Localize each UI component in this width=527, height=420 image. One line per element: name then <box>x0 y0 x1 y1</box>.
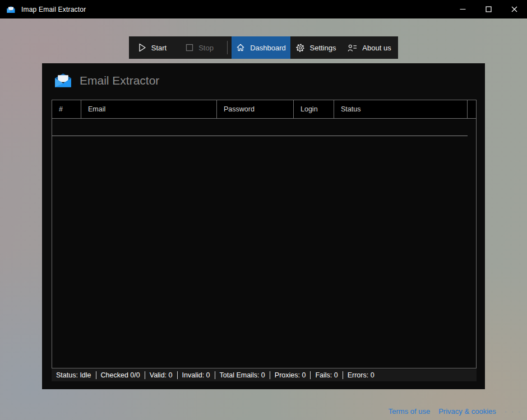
status-total-emails: Total Emails: 0 <box>220 371 265 379</box>
empty-row-divider <box>52 136 468 136</box>
column-header-status[interactable]: Status <box>334 100 468 118</box>
status-state: Status: Idle <box>56 371 91 379</box>
toolbar-divider <box>223 36 232 59</box>
open-envelope-icon <box>53 72 73 88</box>
column-header-email[interactable]: Email <box>81 100 217 118</box>
close-button[interactable] <box>501 0 527 18</box>
close-icon <box>511 6 517 12</box>
status-invalid: Invalid: 0 <box>182 371 210 379</box>
terms-of-use-link[interactable]: Terms of use <box>389 407 430 416</box>
status-valid: Valid: 0 <box>150 371 173 379</box>
column-header-number[interactable]: # <box>52 100 81 118</box>
status-bar: Status: Idle Checked 0/0 Valid: 0 Invali… <box>52 369 477 381</box>
results-table: # Email Password Login Status <box>52 100 477 368</box>
tab-about-us-label: About us <box>362 44 391 52</box>
maximize-icon <box>486 6 492 12</box>
title-bar: Imap Email Extractor <box>0 0 527 18</box>
tab-dashboard[interactable]: Dashboard <box>232 36 290 59</box>
window-controls <box>450 0 527 18</box>
open-envelope-icon <box>6 6 16 13</box>
table-body[interactable] <box>52 119 476 368</box>
status-proxies: Proxies: 0 <box>275 371 306 379</box>
page-title: Email Extractor <box>80 74 159 87</box>
tab-settings[interactable]: Settings <box>290 36 341 59</box>
more-options-dots[interactable]: · · · <box>505 407 521 416</box>
toolbar: Start Stop Dashboard Settings <box>129 36 398 59</box>
column-header-login[interactable]: Login <box>294 100 334 118</box>
maximize-button[interactable] <box>475 0 501 18</box>
stop-button-label: Stop <box>198 44 214 52</box>
minimize-icon <box>460 6 466 12</box>
panel-header: Email Extractor <box>53 72 159 88</box>
gear-icon <box>295 43 305 53</box>
column-header-filler <box>468 100 476 118</box>
home-icon <box>236 43 245 52</box>
column-header-password[interactable]: Password <box>217 100 294 118</box>
stop-button[interactable]: Stop <box>176 36 223 59</box>
status-fails: Fails: 0 <box>315 371 338 379</box>
start-button-label: Start <box>151 44 167 52</box>
privacy-cookies-link[interactable]: Privacy & cookies <box>438 407 496 416</box>
stop-icon <box>186 44 193 52</box>
contact-icon <box>348 44 357 52</box>
main-panel: Email Extractor # Email Password Login S… <box>42 63 485 389</box>
footer-links: Terms of use Privacy & cookies · · · <box>389 407 521 416</box>
status-errors: Errors: 0 <box>348 371 375 379</box>
tab-settings-label: Settings <box>310 44 336 52</box>
start-button[interactable]: Start <box>129 36 176 59</box>
app-window: Imap Email Extractor <box>0 0 527 420</box>
table-header-row: # Email Password Login Status <box>52 100 476 119</box>
play-icon <box>138 43 146 52</box>
window-title: Imap Email Extractor <box>21 6 86 13</box>
minimize-button[interactable] <box>450 0 475 18</box>
status-checked: Checked 0/0 <box>101 371 140 379</box>
tab-dashboard-label: Dashboard <box>250 44 286 52</box>
tab-about-us[interactable]: About us <box>341 36 398 59</box>
